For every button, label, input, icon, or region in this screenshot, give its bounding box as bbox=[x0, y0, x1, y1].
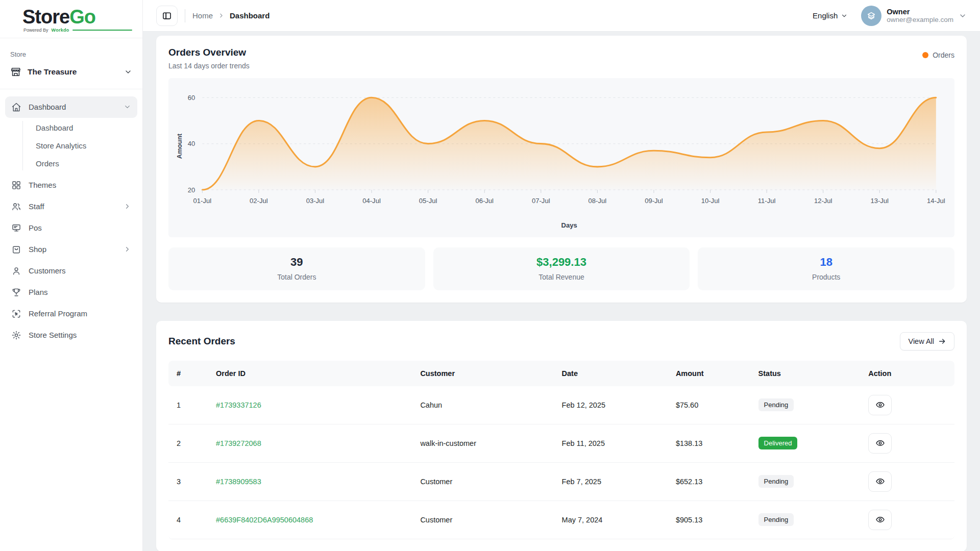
table-row: 2 #1739272068 walk-in-customer Feb 11, 2… bbox=[168, 424, 954, 462]
user-menu[interactable]: Owner owner@example.com bbox=[861, 6, 967, 26]
language-selector[interactable]: English bbox=[813, 11, 848, 20]
sidebar-subitem-store-analytics[interactable]: Store Analytics bbox=[5, 137, 137, 155]
trophy-icon bbox=[11, 287, 21, 297]
orders-overview-header: Orders Overview Last 14 days order trend… bbox=[168, 47, 954, 70]
amount-cell: $905.13 bbox=[668, 507, 750, 533]
svg-text:20: 20 bbox=[188, 186, 195, 194]
order-id-link[interactable]: #1739337126 bbox=[216, 401, 261, 409]
topbar: Home Dashboard English Owner owner@examp… bbox=[143, 0, 980, 32]
sidebar-item-referral-program[interactable]: Referral Program bbox=[5, 303, 137, 324]
store-name: The Treasure bbox=[28, 67, 118, 77]
logo-part-store: Store bbox=[22, 6, 69, 28]
breadcrumb-current: Dashboard bbox=[230, 11, 270, 20]
bag-icon bbox=[11, 244, 21, 255]
table-row: 1 #1739337126 Cahun Feb 12, 2025 $75.60 … bbox=[168, 386, 954, 424]
chevron-down-icon bbox=[124, 68, 132, 76]
sidebar-item-label: Themes bbox=[29, 181, 131, 189]
view-order-button[interactable] bbox=[868, 433, 892, 454]
row-num: 2 bbox=[168, 431, 208, 456]
sidebar-toggle-button[interactable] bbox=[156, 6, 178, 26]
svg-text:60: 60 bbox=[188, 94, 195, 102]
sidebar-item-store-settings[interactable]: Store Settings bbox=[5, 324, 137, 346]
svg-text:12-Jul: 12-Jul bbox=[814, 197, 832, 205]
svg-text:13-Jul: 13-Jul bbox=[870, 197, 889, 205]
legend-label: Orders bbox=[933, 51, 954, 59]
svg-text:09-Jul: 09-Jul bbox=[645, 197, 663, 205]
col-num: # bbox=[168, 361, 208, 386]
view-order-button[interactable] bbox=[868, 471, 892, 492]
user-icon bbox=[11, 266, 21, 276]
view-all-button[interactable]: View All bbox=[900, 332, 954, 350]
col-date: Date bbox=[554, 361, 668, 386]
stat-label: Total Revenue bbox=[438, 273, 685, 281]
store-selector[interactable]: The Treasure bbox=[0, 58, 142, 89]
svg-text:06-Jul: 06-Jul bbox=[475, 197, 494, 205]
col-status: Status bbox=[750, 361, 861, 386]
table-body: 1 #1739337126 Cahun Feb 12, 2025 $75.60 … bbox=[168, 386, 954, 539]
logo-text: StoreGo bbox=[22, 7, 132, 28]
view-order-button[interactable] bbox=[868, 395, 892, 415]
sidebar-item-customers[interactable]: Customers bbox=[5, 260, 137, 282]
app-logo[interactable]: StoreGo Powered By Workdo bbox=[0, 0, 142, 38]
chevron-down-icon bbox=[841, 12, 848, 19]
sidebar-subitem-orders[interactable]: Orders bbox=[5, 155, 137, 172]
sidebar-item-themes[interactable]: Themes bbox=[5, 174, 137, 196]
order-id-link[interactable]: #1739272068 bbox=[216, 439, 261, 447]
stat-label: Total Orders bbox=[174, 273, 420, 281]
customer-cell: Customer bbox=[412, 469, 553, 494]
svg-text:02-Jul: 02-Jul bbox=[250, 197, 268, 205]
col-customer: Customer bbox=[412, 361, 553, 386]
view-all-label: View All bbox=[908, 337, 934, 345]
sidebar-item-staff[interactable]: Staff bbox=[5, 196, 137, 217]
user-meta: Owner owner@example.com bbox=[887, 8, 953, 23]
card-title: Recent Orders bbox=[168, 336, 235, 347]
sidebar-item-plans[interactable]: Plans bbox=[5, 282, 137, 303]
stat-value: 18 bbox=[703, 256, 949, 269]
table-row: 4 #6639F8402D6A9950604868 Customer May 7… bbox=[168, 500, 954, 539]
sidebar-nav: Dashboard Dashboard Store Analytics Orde… bbox=[0, 89, 142, 353]
sidebar-item-pos[interactable]: Pos bbox=[5, 217, 137, 239]
x-axis-label: Days bbox=[561, 221, 577, 229]
customer-cell: Customer bbox=[412, 507, 553, 533]
status-badge: Pending bbox=[758, 475, 794, 488]
svg-text:04-Jul: 04-Jul bbox=[362, 197, 381, 205]
date-cell: May 7, 2024 bbox=[554, 507, 668, 533]
stat-total-revenue: $3,299.13 Total Revenue bbox=[433, 247, 690, 290]
breadcrumb-home-link[interactable]: Home bbox=[192, 11, 213, 20]
sidebar-item-shop[interactable]: Shop bbox=[5, 239, 137, 260]
eye-icon bbox=[875, 477, 885, 486]
orders-chart: 204060 01-Jul02-Jul03-Jul04-Jul05-Jul06-… bbox=[168, 78, 954, 237]
chart-x-tick-labels: 01-Jul02-Jul03-Jul04-Jul05-Jul06-Jul07-J… bbox=[193, 190, 945, 205]
eye-icon bbox=[875, 515, 885, 524]
store-section-label: Store bbox=[0, 38, 142, 58]
dashboard-submenu: Dashboard Store Analytics Orders bbox=[5, 119, 137, 172]
stat-value: $3,299.13 bbox=[438, 256, 685, 269]
order-id-link[interactable]: #1738909583 bbox=[216, 478, 261, 486]
powered-by: Powered By Workdo bbox=[22, 28, 132, 33]
col-amount: Amount bbox=[668, 361, 750, 386]
status-badge: Pending bbox=[758, 513, 794, 526]
date-cell: Feb 7, 2025 bbox=[554, 469, 668, 494]
svg-text:05-Jul: 05-Jul bbox=[419, 197, 437, 205]
gear-icon bbox=[11, 330, 21, 340]
chart-legend[interactable]: Orders bbox=[922, 51, 954, 59]
powered-underline bbox=[72, 30, 132, 31]
sidebar-item-dashboard[interactable]: Dashboard bbox=[5, 96, 137, 118]
avatar bbox=[861, 6, 881, 26]
amount-cell: $75.60 bbox=[668, 392, 750, 418]
eye-icon bbox=[875, 438, 885, 448]
orders-table: # Order ID Customer Date Amount Status A… bbox=[168, 361, 954, 539]
chevron-down-icon bbox=[959, 12, 967, 20]
sidebar-subitem-dashboard[interactable]: Dashboard bbox=[5, 119, 137, 137]
user-email: owner@example.com bbox=[887, 16, 953, 23]
order-id-link[interactable]: #6639F8402D6A9950604868 bbox=[216, 516, 313, 524]
legend-dot-icon bbox=[922, 52, 928, 58]
status-badge: Pending bbox=[758, 398, 794, 411]
stats-row: 39 Total Orders $3,299.13 Total Revenue … bbox=[168, 247, 954, 290]
chevron-right-icon bbox=[218, 12, 225, 19]
powered-prefix: Powered By bbox=[23, 28, 48, 33]
topbar-right: English Owner owner@example.com bbox=[813, 6, 967, 26]
sidebar-item-label: Dashboard bbox=[29, 103, 116, 111]
view-order-button[interactable] bbox=[868, 510, 892, 530]
sidebar-item-label: Referral Program bbox=[29, 309, 131, 318]
